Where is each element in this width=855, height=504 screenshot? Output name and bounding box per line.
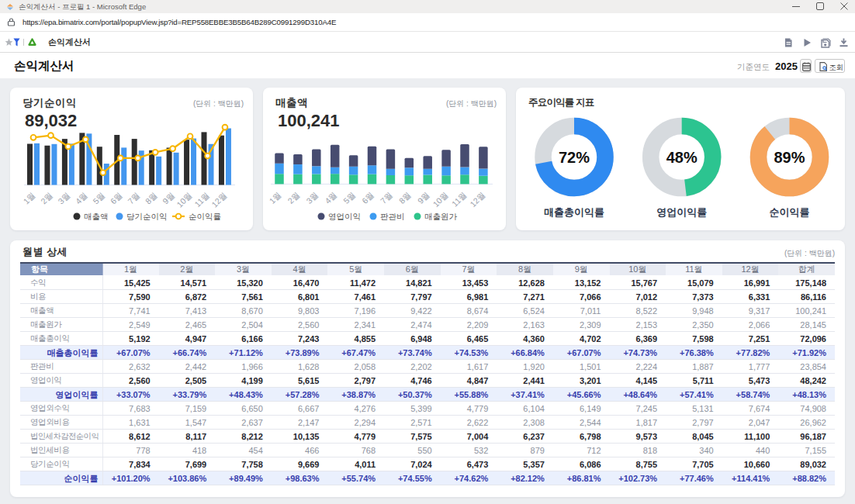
svg-text:1월: 1월 <box>267 190 282 205</box>
svg-text:4월: 4월 <box>74 190 89 205</box>
svg-text:5월: 5월 <box>341 190 357 205</box>
svg-text:7월: 7월 <box>379 190 394 205</box>
svg-text:8월: 8월 <box>144 190 159 205</box>
svg-text:2월: 2월 <box>286 190 301 205</box>
svg-text:순이익률: 순이익률 <box>189 212 221 221</box>
svg-text:매출액: 매출액 <box>84 212 109 221</box>
svg-text:9월: 9월 <box>416 190 431 205</box>
svg-text:10월: 10월 <box>175 190 193 209</box>
svg-text:2월: 2월 <box>39 190 54 205</box>
svg-text:3월: 3월 <box>304 190 320 205</box>
svg-text:매출원가: 매출원가 <box>424 212 458 221</box>
svg-text:3월: 3월 <box>56 190 71 205</box>
svg-text:11월: 11월 <box>450 190 469 209</box>
svg-text:12월: 12월 <box>468 190 486 209</box>
svg-text:영업이익률: 영업이익률 <box>656 206 707 218</box>
svg-text:89%: 89% <box>774 149 805 166</box>
svg-text:48%: 48% <box>666 149 698 166</box>
svg-text:판관비: 판관비 <box>380 212 405 221</box>
svg-text:9월: 9월 <box>161 190 176 205</box>
svg-text:순이익률: 순이익률 <box>770 206 810 218</box>
svg-text:8월: 8월 <box>397 190 413 205</box>
svg-text:1월: 1월 <box>21 190 36 205</box>
svg-text:4월: 4월 <box>323 190 338 205</box>
svg-text:당기순이익: 당기순이익 <box>126 212 168 221</box>
svg-text:7월: 7월 <box>126 190 141 205</box>
svg-text:영업이익: 영업이익 <box>328 212 361 221</box>
svg-text:6월: 6월 <box>360 190 376 205</box>
svg-text:72%: 72% <box>559 149 590 166</box>
svg-text:11월: 11월 <box>192 190 211 209</box>
svg-text:10월: 10월 <box>431 190 449 209</box>
svg-text:12월: 12월 <box>209 190 228 209</box>
svg-text:매출총이익률: 매출총이익률 <box>544 206 604 218</box>
svg-text:6월: 6월 <box>109 190 124 205</box>
svg-text:5월: 5월 <box>91 190 106 205</box>
